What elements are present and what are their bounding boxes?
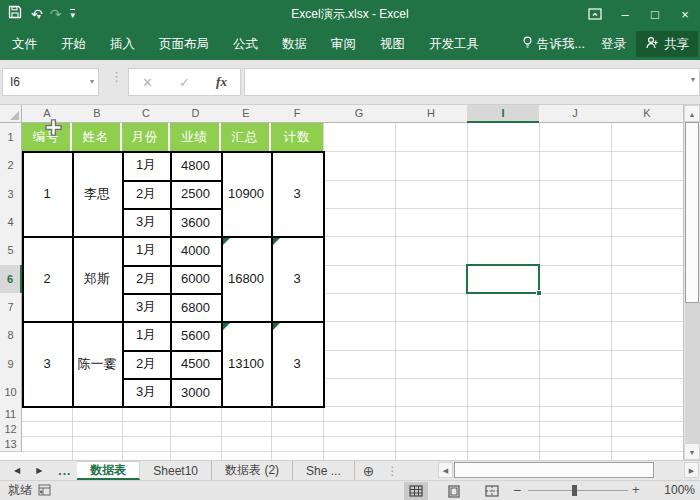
cell-D9[interactable]: 4500 [170, 350, 221, 378]
row-header-4[interactable]: 4 [0, 208, 22, 237]
sheet-tabs-overflow[interactable]: ... [52, 461, 77, 480]
cell-D3[interactable]: 2500 [170, 180, 221, 208]
vertical-scrollbar[interactable]: ▲ ▼ [683, 105, 700, 460]
horizontal-scrollbar-thumb[interactable] [454, 462, 654, 478]
share-button[interactable]: 共享 [636, 31, 698, 57]
previous-sheet-icon[interactable]: ◀ [14, 466, 20, 475]
row-header-11[interactable]: 11 [0, 406, 22, 422]
macro-record-icon[interactable] [38, 484, 51, 499]
cell-B2[interactable]: 李思 [72, 151, 122, 236]
cell-C2[interactable]: 1月 [122, 151, 170, 179]
sign-in-button[interactable]: 登录 [593, 36, 634, 53]
zoom-slider-thumb[interactable] [572, 485, 577, 496]
column-header-G[interactable]: G [323, 105, 396, 123]
cell-C9[interactable]: 2月 [122, 350, 170, 378]
cell-E5[interactable]: 16800 [221, 236, 271, 321]
zoom-in-icon[interactable]: + [632, 481, 640, 499]
tell-me-button[interactable]: 告诉我... [516, 36, 591, 53]
sheet-tab-0[interactable]: 数据表 [77, 461, 140, 480]
cell-C3[interactable]: 2月 [122, 180, 170, 208]
normal-view-button[interactable] [404, 482, 428, 500]
column-header-C[interactable]: C [122, 105, 171, 123]
horizontal-scrollbar[interactable]: ◀ ▶ [438, 461, 700, 479]
scroll-down-icon[interactable]: ▼ [684, 443, 700, 460]
cell-B5[interactable]: 郑斯 [72, 236, 122, 321]
row-header-9[interactable]: 9 [0, 350, 22, 379]
collapse-formula-bar-icon[interactable]: ▾ [691, 75, 695, 84]
zoom-level[interactable]: 100% [653, 481, 695, 500]
cell-C8[interactable]: 1月 [122, 321, 170, 349]
cell-F8[interactable]: 3 [271, 321, 323, 406]
cell-F1[interactable]: 计数 [271, 123, 323, 151]
sheet-tab-2[interactable]: 数据表 (2) [212, 461, 293, 480]
cell-C10[interactable]: 3月 [122, 378, 170, 406]
zoom-slider-track[interactable] [528, 490, 628, 491]
ribbon-tab-7[interactable]: 视图 [368, 28, 417, 60]
column-header-D[interactable]: D [170, 105, 222, 123]
maximize-button[interactable]: □ [640, 0, 670, 28]
scroll-up-icon[interactable]: ▲ [684, 105, 700, 122]
close-button[interactable]: × [670, 0, 700, 28]
insert-function-icon[interactable]: fx [216, 74, 227, 90]
row-header-12[interactable]: 12 [0, 421, 22, 437]
column-header-J[interactable]: J [539, 105, 612, 123]
scroll-right-icon[interactable]: ▶ [684, 462, 699, 478]
column-header-I[interactable]: I [467, 105, 540, 123]
column-header-B[interactable]: B [72, 105, 123, 123]
ribbon-tab-6[interactable]: 审阅 [319, 28, 368, 60]
column-header-F[interactable]: F [271, 105, 324, 123]
cell-D10[interactable]: 3000 [170, 378, 221, 406]
name-box[interactable]: I6 ▾ [2, 68, 99, 96]
spreadsheet-grid[interactable]: ▲ ▼ ABCDEFGHIJK12345678910111213编号姓名月份业绩… [0, 105, 700, 460]
page-layout-view-button[interactable] [442, 482, 466, 500]
minimize-button[interactable]: – [610, 0, 640, 28]
fill-handle[interactable] [536, 290, 542, 296]
row-header-13[interactable]: 13 [0, 436, 22, 452]
cell-C6[interactable]: 2月 [122, 265, 170, 293]
ribbon-tab-8[interactable]: 开发工具 [417, 28, 491, 60]
cell-D2[interactable]: 4800 [170, 151, 221, 179]
cell-F2[interactable]: 3 [271, 151, 323, 236]
ribbon-tab-2[interactable]: 插入 [98, 28, 147, 60]
row-header-8[interactable]: 8 [0, 321, 22, 350]
cell-B1[interactable]: 姓名 [72, 123, 122, 151]
cell-D7[interactable]: 6800 [170, 293, 221, 321]
cell-E8[interactable]: 13100 [221, 321, 271, 406]
scroll-left-icon[interactable]: ◀ [438, 462, 453, 478]
name-box-dropdown-icon[interactable]: ▾ [90, 69, 94, 95]
column-header-E[interactable]: E [221, 105, 272, 123]
row-header-10[interactable]: 10 [0, 378, 22, 407]
ribbon-display-options-icon[interactable] [580, 0, 610, 28]
cell-B8[interactable]: 陈一霎 [72, 321, 122, 406]
cell-F5[interactable]: 3 [271, 236, 323, 321]
cell-E2[interactable]: 10900 [221, 151, 271, 236]
vertical-scrollbar-thumb[interactable] [685, 122, 699, 303]
ribbon-tab-file[interactable]: 文件 [0, 28, 49, 60]
select-all-corner[interactable] [0, 105, 22, 123]
sheet-tab-3[interactable]: She ... [293, 461, 355, 480]
cell-D4[interactable]: 3600 [170, 208, 221, 236]
row-header-6[interactable]: 6 [0, 265, 22, 294]
ribbon-tab-4[interactable]: 公式 [221, 28, 270, 60]
column-header-K[interactable]: K [611, 105, 684, 123]
row-header-2[interactable]: 2 [0, 151, 22, 180]
row-header-3[interactable]: 3 [0, 180, 22, 209]
cell-E1[interactable]: 汇总 [221, 123, 271, 151]
cell-D6[interactable]: 6000 [170, 265, 221, 293]
cell-C4[interactable]: 3月 [122, 208, 170, 236]
tab-splitter-handle[interactable]: ⋮ [382, 461, 402, 480]
row-header-5[interactable]: 5 [0, 236, 22, 265]
ribbon-tab-3[interactable]: 页面布局 [147, 28, 221, 60]
selected-cell-I6[interactable] [466, 264, 540, 294]
row-header-1[interactable]: 1 [0, 123, 22, 152]
next-sheet-icon[interactable]: ▶ [36, 466, 42, 475]
page-break-preview-button[interactable] [480, 482, 504, 500]
ribbon-tab-5[interactable]: 数据 [270, 28, 319, 60]
sheet-tab-1[interactable]: Sheet10 [140, 461, 212, 480]
cell-D1[interactable]: 业绩 [170, 123, 221, 151]
formula-input[interactable] [244, 68, 700, 96]
vertical-scrollbar-track[interactable] [685, 303, 700, 443]
add-sheet-icon[interactable]: ⊕ [355, 461, 383, 480]
cell-A8[interactable]: 3 [22, 321, 72, 406]
cell-C1[interactable]: 月份 [122, 123, 170, 151]
